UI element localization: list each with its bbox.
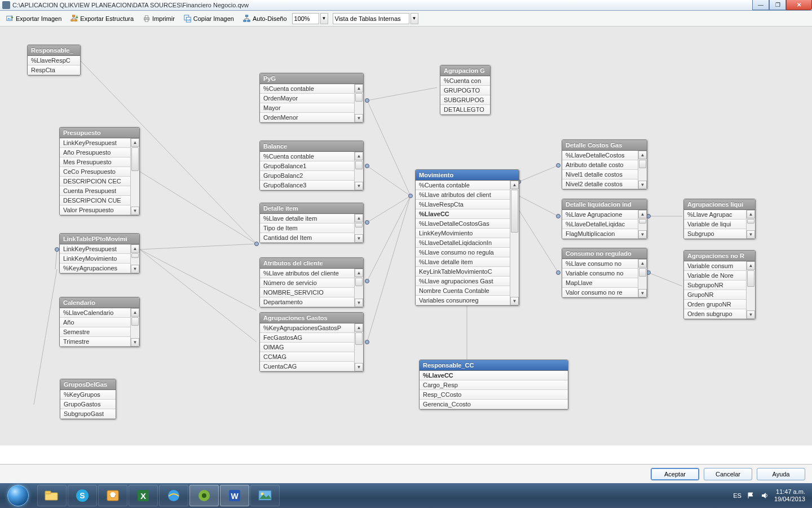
zoom-dropdown[interactable]: ▼	[320, 13, 328, 24]
scroll-track[interactable]	[638, 218, 647, 230]
table-presupuesto[interactable]: PresupuestoLinkKeyPresupuestAño Presupue…	[59, 127, 140, 216]
scrollbar[interactable]: ▲▼	[354, 152, 363, 190]
diagram-canvas[interactable]: Responsable_%LlaveRespCRespCtaPresupuest…	[0, 27, 812, 445]
table-agrupaciong[interactable]: Agrupacion G%Cuenta conGRUPOGTOSUBGRUPOG…	[440, 65, 491, 115]
scrollbar[interactable]: ▲▼	[130, 244, 139, 273]
table-field[interactable]: FecGastosAG	[260, 333, 354, 343]
scrollbar[interactable]: ▲▼	[638, 151, 647, 189]
scrollbar[interactable]: ▲▼	[638, 259, 647, 297]
table-field[interactable]: %Cuenta contable	[416, 181, 510, 190]
taskbar-skype[interactable]: S	[68, 485, 97, 506]
taskbar-excel[interactable]: X	[129, 485, 158, 506]
table-header[interactable]: Detalle Costos Gas	[562, 140, 647, 151]
table-field[interactable]: Trimestre	[60, 337, 130, 347]
table-pyg[interactable]: PyG%Cuenta contableOrdenMayorMayorOrdenM…	[259, 73, 364, 123]
scroll-track[interactable]	[747, 218, 755, 230]
scrollbar[interactable]: ▲▼	[746, 261, 755, 319]
table-field[interactable]: Cantidad del Item	[260, 233, 354, 243]
table-field[interactable]: %Cuenta contable	[260, 152, 354, 161]
table-field[interactable]: %LlaveDetalleLiqidacionIn	[416, 238, 510, 248]
scroll-thumb[interactable]	[747, 219, 754, 224]
scroll-up-button[interactable]: ▲	[355, 269, 363, 277]
scroll-up-button[interactable]: ▲	[131, 308, 139, 317]
volume-icon[interactable]	[761, 492, 769, 500]
scroll-track[interactable]	[638, 268, 647, 289]
table-field[interactable]: DETALLEGTO	[440, 105, 490, 115]
scrollbar[interactable]: ▲▼	[746, 210, 755, 239]
scrollbar[interactable]: ▲▼	[354, 84, 363, 122]
scroll-up-button[interactable]: ▲	[747, 261, 755, 270]
taskbar-ie[interactable]	[159, 485, 188, 506]
table-field[interactable]: CuentaCAG	[260, 362, 354, 371]
scroll-track[interactable]	[355, 332, 363, 363]
table-field[interactable]: %LlaveDetalleCostosGas	[416, 219, 510, 229]
flag-icon[interactable]	[747, 492, 755, 500]
table-gruposgas[interactable]: GruposDelGas%KeyGruposGrupoGastosSubgrup…	[60, 379, 116, 419]
table-field[interactable]: Mayor	[260, 103, 354, 113]
scrollbar[interactable]: ▲▼	[510, 181, 519, 305]
table-field[interactable]: GRUPOGTO	[440, 86, 490, 95]
scroll-thumb[interactable]	[355, 278, 363, 286]
table-field[interactable]: Variables consunoreg	[416, 296, 510, 305]
clock[interactable]: 11:47 a.m. 19/04/2013	[774, 488, 805, 502]
scroll-thumb[interactable]	[639, 160, 646, 168]
maximize-button[interactable]: ❐	[769, 0, 786, 10]
scroll-thumb[interactable]	[355, 93, 363, 102]
view-mode-select[interactable]	[333, 13, 409, 24]
scroll-up-button[interactable]: ▲	[638, 210, 647, 218]
language-indicator[interactable]: ES	[733, 492, 742, 499]
table-field[interactable]: %LlaveCalendario	[60, 308, 130, 318]
scroll-thumb[interactable]	[131, 253, 139, 258]
scroll-track[interactable]	[131, 147, 139, 207]
table-field[interactable]: RespCta	[28, 65, 80, 75]
table-responsablecc[interactable]: Responsable_CC%LlaveCCCargo_RespResp_CCo…	[419, 360, 568, 410]
table-field[interactable]: CCMAG	[260, 352, 354, 362]
scroll-track[interactable]	[510, 189, 519, 297]
table-field[interactable]: KeyLinkTableMovimientoC	[416, 267, 510, 277]
scroll-down-button[interactable]: ▼	[747, 310, 755, 319]
table-movimiento[interactable]: Movimiento%Cuenta contable%Llave atribut…	[415, 169, 519, 306]
scroll-track[interactable]	[355, 277, 363, 299]
scroll-thumb[interactable]	[511, 190, 518, 233]
scroll-thumb[interactable]	[355, 332, 363, 345]
scroll-down-button[interactable]: ▼	[355, 234, 363, 243]
scroll-up-button[interactable]: ▲	[355, 323, 363, 332]
start-button[interactable]	[2, 484, 34, 507]
table-field[interactable]: Gerencia_Ccosto	[420, 400, 568, 409]
table-detallecostos[interactable]: Detalle Costos Gas%LlaveDetalleCostosAtr…	[562, 139, 647, 190]
scroll-down-button[interactable]: ▼	[355, 363, 363, 371]
scroll-down-button[interactable]: ▼	[510, 297, 519, 305]
table-header[interactable]: Agrupaciones Gastos	[260, 313, 363, 323]
table-field[interactable]: Departamento	[260, 297, 354, 307]
scroll-down-button[interactable]: ▼	[131, 207, 139, 215]
table-header[interactable]: PyG	[260, 73, 363, 84]
table-field[interactable]: Año	[60, 318, 130, 327]
scroll-up-button[interactable]: ▲	[355, 152, 363, 160]
table-header[interactable]: Movimiento	[416, 170, 519, 181]
table-field[interactable]: Mes Presupuesto	[60, 157, 130, 167]
scrollbar[interactable]: ▲▼	[354, 269, 363, 307]
accept-button[interactable]: Aceptar	[651, 468, 699, 480]
table-field[interactable]: Variable consum	[684, 261, 746, 271]
scroll-track[interactable]	[355, 160, 363, 182]
table-field[interactable]: Nivel2 detalle costos	[562, 179, 638, 189]
table-agrupnr[interactable]: Agrupaciones no RVariable consumVariable…	[683, 250, 756, 319]
table-field[interactable]: SUBGRUPOG	[440, 95, 490, 105]
scroll-down-button[interactable]: ▼	[131, 265, 139, 273]
scroll-up-button[interactable]: ▲	[747, 210, 755, 218]
scrollbar[interactable]: ▲▼	[354, 323, 363, 371]
table-field[interactable]: %Llave consumo no	[562, 259, 638, 269]
table-field[interactable]: NOMBRE_SERVICIO	[260, 288, 354, 297]
scroll-up-button[interactable]: ▲	[131, 244, 139, 253]
table-field[interactable]: %Llave consumo no regula	[416, 248, 510, 257]
table-field[interactable]: %LlaveDetalleCostos	[562, 151, 638, 160]
table-field[interactable]: %KeyGrupos	[60, 390, 116, 400]
table-field[interactable]: DESCRIPCION CUE	[60, 196, 130, 205]
export-struct-button[interactable]: Exportar Estructura	[67, 13, 138, 24]
table-detalleitem[interactable]: Detalle item%Llave detalle itemTipo de I…	[259, 203, 364, 243]
taskbar-word[interactable]: W	[220, 485, 249, 506]
table-header[interactable]: Atributos del cliente	[260, 258, 363, 269]
table-field[interactable]: %LlaveRespC	[28, 56, 80, 65]
table-field[interactable]: Atributo detalle costo	[562, 160, 638, 170]
table-header[interactable]: Consumo no regulado	[562, 248, 647, 259]
